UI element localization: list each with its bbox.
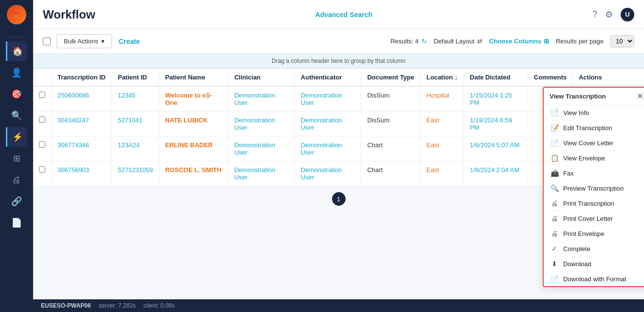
dropdown-item-icon-2: 📄 — [551, 139, 558, 147]
dropdown-item-4[interactable]: 📠 Fax — [544, 166, 644, 181]
sidebar-item-workflow[interactable]: ⚡ — [6, 127, 27, 147]
workflow-table: Transcription ID Patient ID Patient Name… — [33, 69, 644, 186]
advanced-search-link[interactable]: Advanced Search — [315, 11, 373, 19]
col-authenticator: Authenticator — [294, 69, 361, 86]
dropdown-item-5[interactable]: 🔍 Preview Transcription — [544, 181, 644, 196]
user-avatar[interactable]: U — [621, 8, 634, 21]
dropdown-item-label-6: Print Transcription — [563, 200, 614, 207]
row-date-dictated: 1/6/2024 2:04 AM — [464, 161, 528, 186]
dropdown-title: View Transcription — [550, 93, 606, 100]
row-location: East — [421, 161, 464, 186]
dropdown-item-icon-11: 📄 — [551, 275, 558, 283]
dropdown-item-8[interactable]: 🖨 Print Envelope — [544, 226, 644, 241]
dropdown-item-icon-0: 📄 — [551, 109, 558, 117]
table-header-row: Transcription ID Patient ID Patient Name… — [33, 69, 644, 86]
dropdown-item-icon-1: 📝 — [551, 124, 558, 132]
choose-columns-label: Choose Columns — [489, 38, 541, 45]
dropdown-item-6[interactable]: 🖨 Print Transcription — [544, 196, 644, 211]
row-document-type: Chart — [361, 136, 421, 161]
layout-icon: ⇄ — [477, 38, 482, 45]
dropdown-header: View Transcription ✕ — [544, 88, 644, 105]
dropdown-item-label-3: View Envelope — [563, 155, 605, 162]
dropdown-item-0[interactable]: 📄 View Info — [544, 105, 644, 120]
dropdown-item-label-10: Download — [563, 260, 591, 268]
dropdown-item-icon-10: ⬇ — [551, 260, 558, 268]
sidebar-nav: 🏠 👤 🎯 🔍 ⚡ ⊞ 🖨 🔗 📄 — [0, 41, 33, 233]
settings-icon[interactable]: ⚙ — [605, 9, 613, 20]
dropdown-item-icon-4: 📠 — [551, 169, 558, 177]
dropdown-item-3[interactable]: 📋 View Envelope — [544, 151, 644, 166]
row-clinician: Demonstration User — [228, 112, 295, 136]
dropdown-item-7[interactable]: 🖨 Print Cover Letter — [544, 211, 644, 226]
bulk-actions-chevron-icon: ▾ — [101, 38, 105, 45]
default-layout-button[interactable]: Default Layout ⇄ — [434, 38, 482, 45]
client-time: client: 0.08s — [144, 302, 175, 309]
row-transcription-id: 306756903 — [52, 161, 112, 186]
row-actions: View Transcription ⊗ View Transcription … — [572, 86, 644, 112]
sidebar-item-grid[interactable]: ⊞ — [6, 149, 27, 168]
dropdown-item-2[interactable]: 📄 View Cover Letter — [544, 136, 644, 151]
dropdown-item-label-7: Print Cover Letter — [563, 215, 613, 222]
dropdown-item-1[interactable]: 📝 Edit Transcription — [544, 120, 644, 136]
col-date-dictated: Date Dictated — [464, 69, 528, 86]
columns-icon: ⊞ — [544, 38, 549, 45]
help-icon[interactable]: ? — [592, 9, 597, 20]
col-patient-id: Patient ID — [111, 69, 159, 86]
row-clinician: Demonstration User — [228, 136, 295, 161]
row-patient-id: 123A24 — [111, 136, 159, 161]
sidebar-item-print[interactable]: 🖨 — [6, 170, 27, 190]
dropdown-item-11[interactable]: 📄 Download with Format — [544, 272, 644, 286]
row-patient-id: 12345 — [111, 86, 159, 112]
choose-columns-button[interactable]: Choose Columns ⊞ — [489, 38, 549, 45]
sidebar-item-link[interactable]: 🔗 — [6, 192, 27, 211]
toolbar: Bulk Actions ▾ Create Results: 4 ↻ Defau… — [33, 29, 644, 54]
sidebar-item-doc[interactable]: 📄 — [6, 213, 27, 233]
page-1-button[interactable]: 1 — [332, 192, 346, 206]
app-logo[interactable] — [7, 5, 26, 24]
sidebar-item-search[interactable]: 🔍 — [6, 106, 27, 125]
table-area: Drag a column header here to group by th… — [33, 54, 644, 299]
dropdown-item-icon-9: ✓ — [551, 245, 558, 253]
topbar-right: ? ⚙ U — [592, 8, 634, 21]
sidebar-item-analytics[interactable]: 🎯 — [6, 84, 27, 104]
row-location: Hospital — [421, 86, 464, 112]
row-checkbox[interactable] — [39, 92, 45, 98]
row-patient-name: ROSCOE L. SMITH — [159, 161, 228, 186]
select-all-checkbox[interactable] — [43, 38, 51, 45]
sidebar: 🏠 👤 🎯 🔍 ⚡ ⊞ 🖨 🔗 📄 — [0, 0, 33, 312]
sidebar-divider — [8, 37, 25, 38]
page-title: Workflow — [43, 8, 95, 21]
row-authenticator: Demonstration User — [294, 112, 361, 136]
bulk-actions-label: Bulk Actions — [64, 38, 98, 45]
row-checkbox-cell — [33, 136, 52, 161]
row-checkbox[interactable] — [39, 117, 45, 123]
create-button[interactable]: Create — [118, 35, 141, 48]
row-checkbox[interactable] — [39, 166, 45, 173]
row-date-dictated: 1/6/2024 5:07 AM — [464, 136, 528, 161]
col-transcription-id: Transcription ID — [52, 69, 112, 86]
row-patient-name: Welcome to eS-One — [159, 86, 228, 112]
refresh-icon[interactable]: ↻ — [422, 38, 427, 45]
row-authenticator: Demonstration User — [294, 136, 361, 161]
dropdown-item-10[interactable]: ⬇ Download — [544, 256, 644, 272]
dropdown-item-icon-3: 📋 — [551, 154, 558, 162]
row-date-dictated: 1/19/2024 6:59 PM — [464, 112, 528, 136]
row-clinician: Demonstration User — [228, 86, 295, 112]
row-checkbox-cell — [33, 86, 52, 112]
sidebar-item-home[interactable]: 🏠 — [6, 41, 27, 61]
sidebar-item-user[interactable]: 👤 — [6, 63, 27, 82]
row-checkbox[interactable] — [39, 141, 45, 148]
per-page-select[interactable]: 10 25 50 — [610, 35, 634, 47]
dropdown-item-label-4: Fax — [563, 170, 574, 177]
bulk-actions-button[interactable]: Bulk Actions ▾ — [56, 34, 112, 48]
row-transcription-id: 306774346 — [52, 136, 112, 161]
dropdown-item-9[interactable]: ✓ Complete — [544, 241, 644, 256]
results-count-label: Results: 4 — [390, 38, 419, 45]
dropdown-item-label-11: Download with Format — [563, 275, 626, 283]
dropdown-item-label-1: Edit Transcription — [563, 124, 612, 132]
col-actions: Actions — [572, 69, 644, 86]
dropdown-close-icon[interactable]: ✕ — [637, 92, 643, 101]
dropdown-item-label-9: Complete — [563, 245, 590, 253]
row-location: East — [421, 136, 464, 161]
row-document-type: Chart — [361, 161, 421, 186]
